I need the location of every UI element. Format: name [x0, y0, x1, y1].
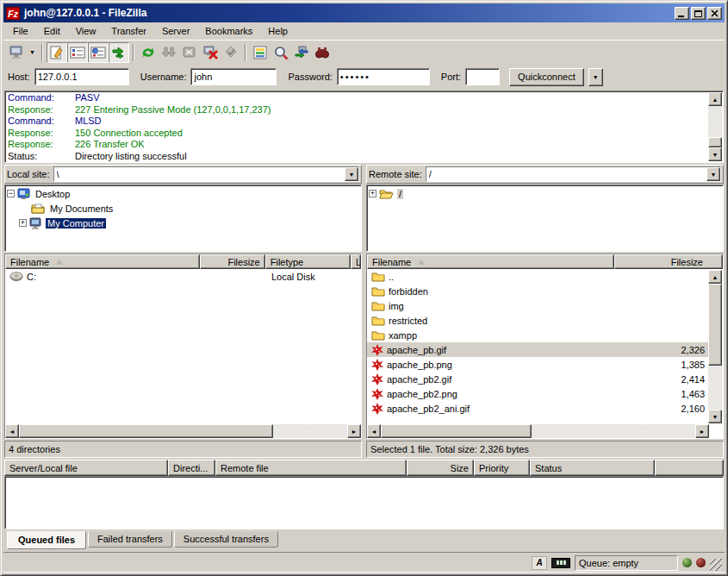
scrollbar-track[interactable] — [708, 366, 722, 410]
scrollbar-track[interactable] — [273, 424, 347, 438]
log-scrollbar[interactable]: ▲ ▼ — [708, 92, 722, 161]
folder-row[interactable]: forbidden — [367, 284, 709, 298]
menu-edit[interactable]: Edit — [36, 24, 68, 38]
tree-item-root[interactable]: + / — [369, 186, 721, 201]
message-log: Command:PASV Response:227 Entering Passi… — [4, 91, 724, 163]
log-label: Response: — [8, 104, 75, 116]
column-header-direction[interactable]: Directi... — [168, 460, 215, 476]
column-header-filesize[interactable]: Filesize — [614, 254, 723, 269]
log-text: MLSD — [75, 116, 102, 128]
local-list-rows: C: Local Disk — [5, 269, 361, 424]
column-header-last-modified[interactable]: L — [351, 254, 361, 269]
menu-server[interactable]: Server — [154, 24, 197, 38]
remote-site-input[interactable] — [426, 167, 706, 181]
disconnect-button[interactable] — [200, 42, 221, 63]
scroll-up-button[interactable]: ▲ — [708, 92, 722, 106]
file-row[interactable]: apache_pb2.gif 2,414 — [367, 372, 709, 386]
tab-queued-files[interactable]: Queued files — [7, 531, 86, 549]
scroll-down-button[interactable]: ▼ — [708, 147, 722, 161]
remote-site-dropdown[interactable]: ▼ — [706, 167, 720, 181]
scroll-left-button[interactable]: ◄ — [367, 424, 381, 438]
column-header-filename[interactable]: Filename — [5, 254, 200, 269]
column-header-filesize[interactable]: Filesize — [200, 254, 264, 269]
expand-icon[interactable]: + — [19, 219, 27, 227]
menu-bookmarks[interactable]: Bookmarks — [197, 24, 260, 38]
close-button[interactable] — [707, 7, 722, 20]
reconnect-button[interactable] — [221, 42, 241, 63]
remote-vertical-scrollbar[interactable]: ▲ ▼ — [708, 270, 722, 423]
column-header-filetype[interactable]: Filetype — [265, 254, 351, 269]
menu-view[interactable]: View — [68, 24, 104, 38]
activity-led-green-icon — [682, 558, 692, 567]
scroll-left-button[interactable]: ◄ — [5, 424, 19, 438]
image-file-icon — [371, 344, 383, 356]
folder-row[interactable]: img — [367, 298, 709, 313]
local-site-dropdown[interactable]: ▼ — [345, 167, 358, 181]
scrollbar-thumb[interactable] — [708, 137, 722, 147]
scroll-right-button[interactable]: ► — [347, 424, 361, 438]
resize-grip[interactable] — [710, 559, 722, 571]
toggle-local-tree-button[interactable] — [67, 42, 88, 63]
port-input[interactable] — [465, 68, 500, 85]
scrollbar-track[interactable] — [532, 424, 695, 438]
process-queue-button[interactable] — [159, 42, 179, 63]
menu-help[interactable]: Help — [260, 24, 296, 38]
file-row[interactable]: apache_pb2_ani.gif 2,160 — [367, 401, 709, 416]
file-row-c-drive[interactable]: C: Local Disk — [5, 269, 361, 284]
maximize-button[interactable] — [691, 7, 706, 20]
minimize-icon — [678, 9, 686, 17]
file-name: C: — [27, 272, 36, 282]
collapse-icon[interactable]: − — [7, 190, 15, 197]
tab-failed-transfers[interactable]: Failed transfers — [88, 531, 172, 548]
folder-row[interactable]: .. — [367, 269, 709, 284]
menu-bar: File Edit View Transfer Server Bookmarks… — [3, 22, 725, 40]
local-horizontal-scrollbar[interactable]: ◄ ► — [5, 424, 361, 438]
tree-item-my-documents[interactable]: My Documents — [7, 201, 359, 216]
quickconnect-dropdown[interactable]: ▼ — [588, 68, 603, 86]
scroll-down-button[interactable]: ▼ — [708, 410, 722, 423]
toggle-transfer-queue-button[interactable] — [109, 42, 129, 63]
file-name: apache_pb.gif — [387, 345, 446, 355]
column-header-status[interactable]: Status — [530, 460, 655, 476]
scrollbar-thumb[interactable] — [708, 284, 722, 366]
column-header-size[interactable]: Size — [407, 460, 474, 476]
tree-item-desktop[interactable]: − Desktop — [7, 186, 359, 201]
directory-listing-filters-button[interactable] — [250, 42, 271, 63]
scroll-right-button[interactable]: ► — [695, 424, 709, 438]
file-row[interactable]: apache_pb.png 1,385 — [367, 357, 709, 372]
password-input[interactable] — [337, 68, 430, 85]
host-input[interactable] — [34, 68, 129, 85]
remote-horizontal-scrollbar[interactable]: ◄ ► — [367, 424, 709, 438]
tab-successful-transfers[interactable]: Successful transfers — [174, 531, 278, 548]
menu-transfer[interactable]: Transfer — [103, 24, 154, 38]
column-header-server-local-file[interactable]: Server/Local file — [4, 460, 168, 476]
menu-file[interactable]: File — [5, 24, 36, 38]
tree-item-my-computer[interactable]: + My Computer — [7, 216, 359, 230]
username-input[interactable] — [190, 68, 277, 85]
arrow-left-icon: ◄ — [371, 429, 377, 435]
synchronized-browsing-button[interactable] — [291, 42, 312, 63]
folder-row[interactable]: xampp — [367, 328, 709, 342]
toggle-remote-tree-button[interactable] — [88, 42, 109, 63]
site-manager-dropdown[interactable]: ▼ — [27, 42, 38, 63]
column-header-remote-file[interactable]: Remote file — [215, 460, 407, 476]
toggle-message-log-button[interactable] — [47, 42, 67, 63]
file-row-selected[interactable]: apache_pb.gif 2,326 — [367, 342, 709, 357]
column-header-filename[interactable]: Filename — [367, 254, 614, 269]
cancel-button[interactable] — [179, 42, 200, 63]
quickconnect-button[interactable]: Quickconnect — [509, 68, 584, 86]
refresh-button[interactable] — [138, 42, 159, 63]
local-site-input[interactable] — [54, 167, 345, 181]
scrollbar-thumb[interactable] — [381, 424, 532, 438]
site-manager-button[interactable] — [6, 42, 27, 63]
file-row[interactable]: apache_pb2.png 1,463 — [367, 386, 709, 401]
scrollbar-thumb[interactable] — [19, 424, 273, 438]
directory-comparison-button[interactable] — [271, 42, 291, 63]
folder-row[interactable]: restricted — [367, 313, 709, 328]
scrollbar-track[interactable] — [708, 106, 722, 137]
find-files-button[interactable] — [312, 42, 333, 63]
minimize-button[interactable] — [675, 7, 689, 20]
scroll-up-button[interactable]: ▲ — [708, 270, 722, 284]
expand-icon[interactable]: + — [369, 190, 376, 197]
column-header-priority[interactable]: Priority — [474, 460, 530, 476]
